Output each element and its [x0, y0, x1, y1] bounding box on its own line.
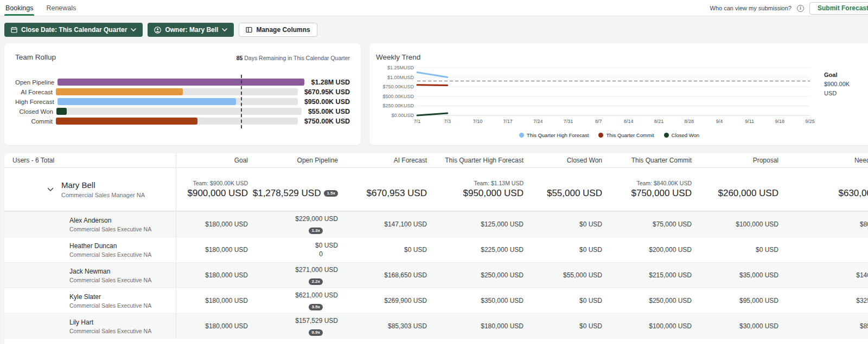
user-name: Mary Bell	[61, 180, 145, 190]
svg-text:7/1: 7/1	[414, 119, 421, 124]
svg-text:8/14: 8/14	[624, 119, 634, 124]
cell-value: $30,000 USD	[739, 322, 778, 330]
badge-line: 0.9x	[309, 326, 323, 336]
rollup-bar-label: Commit	[15, 118, 53, 125]
svg-text:7/31: 7/31	[564, 119, 573, 124]
cell-closed_won: $55,000 USD	[532, 263, 611, 288]
legend-item[interactable]: This Quarter High Forecast	[519, 132, 589, 138]
cell-value: $229,000 USD	[295, 215, 338, 223]
chevron-down-icon[interactable]	[47, 187, 54, 192]
legend-dot-icon	[664, 133, 669, 138]
info-icon[interactable]: i	[797, 5, 804, 12]
cell-high_forecast: $250,000 USD	[436, 263, 532, 288]
svg-text:9/25: 9/25	[805, 119, 815, 124]
manage-columns-button[interactable]: Manage Columns	[239, 23, 317, 37]
svg-text:8/7: 8/7	[595, 119, 602, 124]
cell-open_pipeline: $0 USD0	[257, 237, 347, 262]
close-date-filter-button[interactable]: Close Date: This Calendar Quarter	[4, 23, 143, 37]
rollup-bar-track	[58, 79, 304, 86]
cell-commit: $200,000 USD	[611, 237, 700, 262]
cell-value: $180,000 USD	[481, 322, 524, 330]
cell-proposal: $95,000 USD	[700, 288, 787, 313]
cell-value: $260,000 USD	[718, 188, 778, 199]
cell-closed_won: $0 USD	[532, 237, 611, 262]
rollup-bar-fill	[56, 118, 197, 125]
cell-open_pipeline: $157,529 USD0.9x	[257, 314, 347, 339]
table-row-user[interactable]: Lily Hart Commercial Sales Executive NA …	[4, 313, 868, 339]
cell-proposal: $35,000 USD	[700, 263, 787, 288]
cell-high_forecast: $225,000 USD	[436, 237, 532, 262]
cell-open_pipeline: $271,000 USD2.2x	[257, 263, 347, 288]
rollup-bar-label: Closed Won	[15, 108, 53, 115]
legend-item[interactable]: This Quarter Commit	[598, 132, 654, 138]
table-row-user[interactable]: Jack Newman Commercial Sales Executive N…	[4, 262, 868, 288]
cell-value: $147,100 USD	[384, 220, 427, 228]
cell-value: $350,000 USD	[481, 297, 524, 304]
svg-text:$1.25MUSD: $1.25MUSD	[387, 65, 414, 70]
svg-text:9/11: 9/11	[745, 119, 754, 124]
column-header-users: Users - 6 Total	[4, 153, 176, 167]
forecast-table: Users - 6 TotalGoalOpen PipelineAI Forec…	[4, 153, 868, 344]
cell-value: $215,000 USD	[649, 271, 692, 279]
rollup-bar-fill	[58, 98, 236, 105]
manager-cell-needs_analysis: $630,000 USD	[787, 168, 868, 211]
cell-high_forecast: $180,000 USD	[436, 314, 532, 339]
rollup-bar-label: AI Forecast	[15, 89, 53, 95]
manager-cell-closed_won: $55,000 USD	[532, 168, 611, 211]
rollup-bar-row: AI Forecast $670.95K USD	[15, 88, 350, 95]
column-header-proposal: Proposal	[700, 153, 787, 167]
tab-bookings[interactable]: Bookings	[5, 0, 33, 16]
legend-item[interactable]: Closed Won	[664, 132, 700, 138]
user-title: Commercial Sales Manager NA	[61, 192, 145, 198]
owner-filter-button[interactable]: Owner: Mary Bell	[148, 23, 234, 37]
days-remaining-text: Days Remaining in This Calendar Quarter	[242, 55, 350, 61]
svg-text:$500.00KUSD: $500.00KUSD	[382, 94, 414, 99]
weekly-trend-title: Weekly Trend	[376, 53, 868, 61]
cell-value: $271,000 USD	[295, 266, 338, 274]
team-total: Team: $900.00K USD	[193, 180, 248, 188]
days-remaining: 85 Days Remaining in This Calendar Quart…	[237, 55, 350, 61]
rollup-bar-fill	[58, 79, 304, 86]
chevron-down-icon	[222, 28, 227, 31]
svg-text:8/21: 8/21	[654, 119, 664, 124]
column-header-high_forecast: This Quarter High Forecast	[436, 153, 532, 167]
cell-closed_won: $0 USD	[532, 314, 611, 339]
weekly-trend-card: Weekly Trend $1.25MUSD$1.00MUSD$750.00KU…	[369, 43, 868, 145]
table-header-row: Users - 6 TotalGoalOpen PipelineAI Forec…	[4, 153, 868, 168]
submit-forecast-button[interactable]: Submit Forecast	[809, 2, 868, 15]
team-total: Team: $1.13M USD	[474, 180, 524, 188]
svg-text:9/4: 9/4	[716, 119, 723, 124]
cell-ai_forecast: $168,650 USD	[347, 263, 436, 288]
tab-bar: Bookings Renewals	[5, 0, 76, 16]
cell-ai_forecast: $85,303 USD	[347, 314, 436, 339]
legend-label: This Quarter Commit	[606, 132, 654, 138]
user-name: Kyle Slater	[69, 293, 101, 301]
table-row-user[interactable]: Heather Duncan Commercial Sales Executiv…	[4, 237, 868, 262]
user-title: Commercial Sales Executive NA	[69, 302, 151, 309]
svg-text:$0.00USD: $0.00USD	[391, 113, 414, 118]
cell-ai_forecast: $0 USD	[347, 237, 436, 262]
column-header-closed_won: Closed Won	[532, 153, 611, 167]
svg-text:7/10: 7/10	[473, 119, 483, 124]
top-bar-right: Who can view my submission? i Submit For…	[710, 0, 868, 16]
person-icon	[154, 27, 161, 34]
cell-value: $85,000 USD	[860, 322, 868, 330]
rollup-bar-track	[56, 88, 298, 95]
tab-renewals[interactable]: Renewals	[46, 0, 76, 16]
cell-value: $180,000 USD	[205, 297, 248, 304]
cell-goal: $180,000 USD	[176, 288, 257, 313]
user-title: Commercial Sales Executive NA	[69, 226, 151, 232]
user-name-block: Mary Bell Commercial Sales Manager NA	[61, 180, 145, 198]
table-row-user[interactable]: Kyle Slater Commercial Sales Executive N…	[4, 288, 868, 313]
legend-dot-icon	[519, 133, 524, 138]
badge-line: 1.3x	[309, 224, 323, 234]
cell-open_pipeline: $229,000 USD1.3x	[257, 212, 347, 237]
submission-visibility-text: Who can view my submission?	[710, 5, 792, 11]
table-row-manager[interactable]: Mary Bell Commercial Sales Manager NA Te…	[4, 168, 868, 211]
cell-commit: $250,000 USD	[611, 288, 700, 313]
cell-value: $180,000 USD	[205, 220, 248, 228]
cell-value: $950,000 USD	[463, 188, 524, 199]
cell-value: $250,000 USD	[649, 297, 692, 304]
cell-value: $180,000 USD	[205, 246, 248, 254]
table-row-user[interactable]: Alex Anderson Commercial Sales Executive…	[4, 211, 868, 237]
